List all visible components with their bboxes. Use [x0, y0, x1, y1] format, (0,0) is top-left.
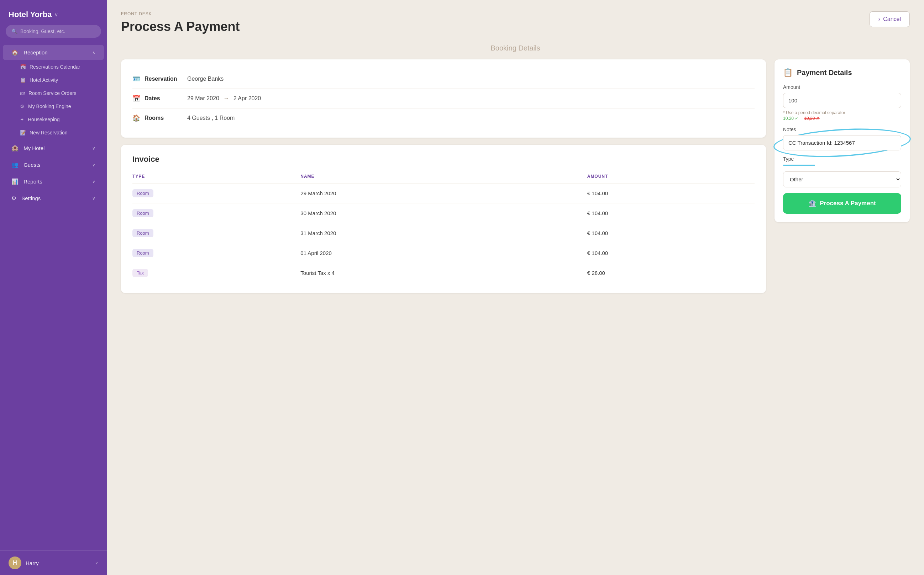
user-chevron: ∨: [95, 561, 98, 565]
rooms-label: Rooms: [145, 115, 187, 121]
payment-details-card: 📋 Payment Details Amount * Use a period …: [774, 59, 910, 222]
amount-input[interactable]: [783, 93, 901, 108]
booking-row-rooms: 🏠 Rooms 4 Guests , 1 Room: [132, 108, 755, 128]
sidebar-item-label: My Booking Engine: [28, 103, 71, 109]
reception-sub-items: 📅 Reservations Calendar 📋 Hotel Activity…: [0, 60, 107, 139]
settings-icon: ⚙: [11, 195, 16, 201]
invoice-amount: € 104.00: [587, 223, 755, 243]
invoice-amount: € 104.00: [587, 243, 755, 263]
dates-icon: 📅: [132, 95, 140, 102]
sidebar-item-new-reservation[interactable]: 📝 New Reservation: [8, 126, 104, 139]
invoice-table: Type Name Amount Room 29 March 2020 € 10…: [132, 171, 755, 283]
sidebar-item-my-hotel[interactable]: 🏨 My Hotel ∨: [3, 140, 104, 156]
reception-icon: 🏠: [11, 49, 19, 56]
sidebar-item-label-guests: Guests: [24, 162, 41, 168]
invoice-name: 01 April 2020: [300, 243, 587, 263]
table-row: Room 01 April 2020 € 104.00: [132, 243, 755, 263]
main-content: Front Desk Process A Payment › Cancel Bo…: [107, 0, 924, 575]
col-type: Type: [132, 171, 300, 183]
room-service-icon: 🍽: [20, 91, 25, 96]
sidebar-item-reservations-calendar[interactable]: 📅 Reservations Calendar: [8, 60, 104, 73]
booking-engine-icon: ⚙: [20, 103, 25, 109]
type-badge: Room: [132, 249, 153, 257]
invoice-amount: € 104.00: [587, 203, 755, 223]
table-row: Room 29 March 2020 € 104.00: [132, 183, 755, 203]
type-underline-accent: [783, 165, 815, 166]
process-payment-label: Process A Payment: [820, 200, 876, 207]
sidebar-nav: 🏠 Reception ∧ 📅 Reservations Calendar 📋 …: [0, 45, 107, 550]
nav-section-reports: 📊 Reports ∨: [0, 174, 107, 189]
notes-input[interactable]: [783, 135, 901, 151]
sidebar-item-housekeeping[interactable]: ✦ Housekeeping: [8, 113, 104, 126]
reports-icon: 📊: [11, 178, 19, 184]
booking-row-reservation: 🪪 Reservation George Banks: [132, 69, 755, 89]
sidebar-item-label: Housekeeping: [28, 117, 60, 122]
type-label: Type: [783, 156, 901, 162]
type-badge: Tax: [132, 269, 148, 277]
sidebar-item-label: Hotel Activity: [30, 77, 58, 83]
sidebar: Hotel Yorba ∨ 🔍 🏠 Reception ∧ 📅 Reservat…: [0, 0, 107, 575]
col-name: Name: [300, 171, 587, 183]
payment-details-title: Payment Details: [797, 68, 852, 77]
user-name: Harry: [25, 560, 39, 566]
invoice-name: 31 March 2020: [300, 223, 587, 243]
housekeeping-icon: ✦: [20, 117, 24, 122]
dates-label: Dates: [145, 95, 187, 102]
notes-wrapper: [783, 135, 901, 151]
avatar: H: [8, 556, 21, 569]
breadcrumb: Front Desk: [121, 11, 240, 16]
sidebar-item-room-service-orders[interactable]: 🍽 Room Service Orders: [8, 87, 104, 100]
notes-field-group: Notes: [783, 127, 901, 151]
sidebar-item-label: Room Service Orders: [29, 91, 76, 96]
sidebar-item-reception[interactable]: 🏠 Reception ∧: [3, 45, 104, 60]
sidebar-header[interactable]: Hotel Yorba ∨: [0, 0, 107, 25]
nav-section-guests: 👥 Guests ∨: [0, 157, 107, 173]
new-reservation-icon: 📝: [20, 130, 26, 135]
invoice-name: Tourist Tax x 4: [300, 263, 587, 283]
page-title: Process A Payment: [121, 19, 240, 34]
search-icon: 🔍: [11, 29, 18, 34]
cancel-button[interactable]: › Cancel: [870, 11, 910, 27]
invoice-title: Invoice: [132, 155, 755, 164]
booking-details-card: 🪪 Reservation George Banks 📅 Dates 29 Ma…: [121, 59, 766, 138]
hint-valid: 10.20 ✓: [783, 116, 798, 121]
notes-label: Notes: [783, 127, 901, 132]
type-badge: Room: [132, 229, 153, 237]
reservation-icon: 🪪: [132, 75, 140, 83]
amount-hint: * Use a period decimal separator 10.20 ✓…: [783, 110, 901, 121]
nav-section-my-hotel: 🏨 My Hotel ∨: [0, 140, 107, 156]
process-payment-icon: 🏦: [808, 200, 816, 207]
sidebar-item-settings[interactable]: ⚙ Settings ∨: [3, 191, 104, 206]
my-hotel-icon: 🏨: [11, 145, 19, 151]
sidebar-item-my-booking-engine[interactable]: ⚙ My Booking Engine: [8, 100, 104, 113]
content-grid: 🪪 Reservation George Banks 📅 Dates 29 Ma…: [121, 59, 910, 293]
hint-invalid: 10,20 ✗: [804, 116, 819, 121]
hotel-name: Hotel Yorba: [8, 10, 52, 19]
invoice-amount: € 104.00: [587, 183, 755, 203]
sidebar-item-guests[interactable]: 👥 Guests ∨: [3, 157, 104, 173]
invoice-amount: € 28.00: [587, 263, 755, 283]
date-arrow: →: [223, 95, 229, 102]
sidebar-search-container[interactable]: 🔍: [6, 25, 101, 38]
sidebar-item-label: New Reservation: [30, 130, 68, 135]
table-row: Room 30 March 2020 € 104.00: [132, 203, 755, 223]
sidebar-footer-user[interactable]: H Harry ∨: [0, 550, 107, 575]
table-row: Tax Tourist Tax x 4 € 28.00: [132, 263, 755, 283]
sidebar-item-hotel-activity[interactable]: 📋 Hotel Activity: [8, 74, 104, 86]
booking-row-dates: 📅 Dates 29 Mar 2020 → 2 Apr 2020: [132, 89, 755, 108]
process-payment-button[interactable]: 🏦 Process A Payment: [783, 193, 901, 214]
reports-chevron: ∨: [92, 179, 96, 184]
settings-chevron: ∨: [92, 196, 96, 201]
sidebar-item-label-settings: Settings: [21, 195, 41, 201]
type-select[interactable]: Other Cash Credit Card Bank Transfer: [783, 172, 901, 187]
col-amount: Amount: [587, 171, 755, 183]
rooms-icon: 🏠: [132, 114, 140, 122]
invoice-name: 30 March 2020: [300, 203, 587, 223]
dates-value: 29 Mar 2020 → 2 Apr 2020: [187, 95, 261, 102]
sidebar-item-reports[interactable]: 📊 Reports ∨: [3, 174, 104, 189]
search-input[interactable]: [20, 29, 96, 34]
nav-section-reception: 🏠 Reception ∧ 📅 Reservations Calendar 📋 …: [0, 45, 107, 139]
page-header-left: Front Desk Process A Payment: [121, 11, 240, 34]
hotel-name-chevron: ∨: [54, 12, 58, 17]
payment-details-icon: 📋: [783, 68, 793, 77]
